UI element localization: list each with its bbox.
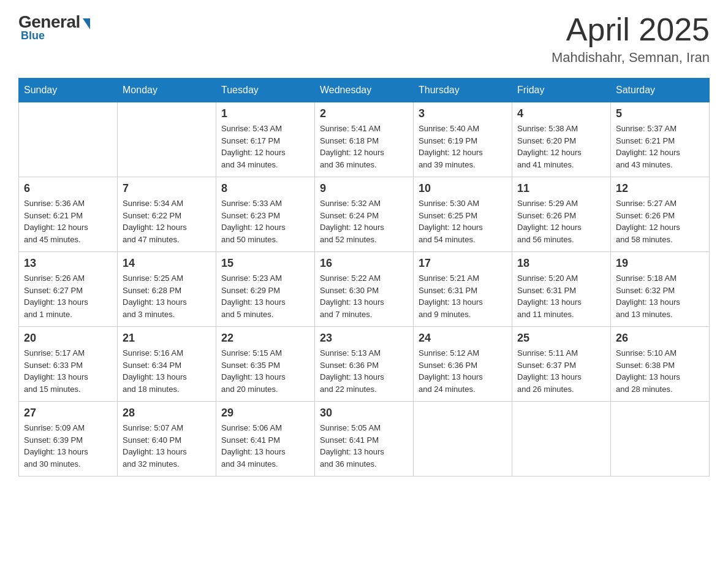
calendar-cell: 26Sunrise: 5:10 AM Sunset: 6:38 PM Dayli… bbox=[611, 327, 710, 402]
calendar-week-3: 13Sunrise: 5:26 AM Sunset: 6:27 PM Dayli… bbox=[19, 252, 710, 327]
day-number: 8 bbox=[221, 182, 309, 195]
day-number: 20 bbox=[24, 332, 112, 345]
day-info: Sunrise: 5:09 AM Sunset: 6:39 PM Dayligh… bbox=[24, 422, 112, 470]
logo-arrow-icon bbox=[83, 18, 90, 29]
day-number: 27 bbox=[24, 407, 112, 419]
day-number: 2 bbox=[320, 107, 408, 120]
calendar-table: SundayMondayTuesdayWednesdayThursdayFrid… bbox=[18, 78, 710, 477]
weekday-header-thursday: Thursday bbox=[414, 79, 512, 102]
day-number: 19 bbox=[616, 257, 704, 270]
day-number: 7 bbox=[123, 182, 211, 195]
day-info: Sunrise: 5:38 AM Sunset: 6:20 PM Dayligh… bbox=[517, 123, 605, 170]
calendar-week-2: 6Sunrise: 5:36 AM Sunset: 6:21 PM Daylig… bbox=[19, 177, 710, 252]
calendar-cell bbox=[611, 402, 710, 477]
title-section: April 2025 Mahdishahr, Semnan, Iran bbox=[552, 12, 710, 66]
day-number: 15 bbox=[221, 257, 309, 270]
day-info: Sunrise: 5:20 AM Sunset: 6:31 PM Dayligh… bbox=[517, 272, 605, 320]
day-info: Sunrise: 5:15 AM Sunset: 6:35 PM Dayligh… bbox=[221, 347, 309, 395]
day-info: Sunrise: 5:21 AM Sunset: 6:31 PM Dayligh… bbox=[419, 272, 507, 320]
calendar-cell: 13Sunrise: 5:26 AM Sunset: 6:27 PM Dayli… bbox=[19, 252, 118, 327]
weekday-header-tuesday: Tuesday bbox=[216, 79, 315, 102]
calendar-cell: 28Sunrise: 5:07 AM Sunset: 6:40 PM Dayli… bbox=[118, 402, 216, 477]
calendar-cell: 12Sunrise: 5:27 AM Sunset: 6:26 PM Dayli… bbox=[611, 177, 710, 252]
calendar-cell bbox=[118, 102, 216, 177]
calendar-cell: 18Sunrise: 5:20 AM Sunset: 6:31 PM Dayli… bbox=[512, 252, 611, 327]
day-number: 5 bbox=[616, 107, 704, 120]
calendar-cell: 2Sunrise: 5:41 AM Sunset: 6:18 PM Daylig… bbox=[315, 102, 414, 177]
day-number: 17 bbox=[419, 257, 507, 270]
day-number: 21 bbox=[123, 332, 211, 345]
day-info: Sunrise: 5:16 AM Sunset: 6:34 PM Dayligh… bbox=[123, 347, 211, 395]
day-number: 29 bbox=[221, 407, 309, 419]
day-info: Sunrise: 5:10 AM Sunset: 6:38 PM Dayligh… bbox=[616, 347, 704, 395]
day-info: Sunrise: 5:33 AM Sunset: 6:23 PM Dayligh… bbox=[221, 197, 309, 245]
calendar-cell: 8Sunrise: 5:33 AM Sunset: 6:23 PM Daylig… bbox=[216, 177, 315, 252]
weekday-header-saturday: Saturday bbox=[611, 79, 710, 102]
day-number: 1 bbox=[221, 107, 309, 120]
day-number: 10 bbox=[419, 182, 507, 195]
day-number: 26 bbox=[616, 332, 704, 345]
calendar-cell: 3Sunrise: 5:40 AM Sunset: 6:19 PM Daylig… bbox=[414, 102, 512, 177]
day-info: Sunrise: 5:27 AM Sunset: 6:26 PM Dayligh… bbox=[616, 197, 704, 245]
day-number: 24 bbox=[419, 332, 507, 345]
calendar-cell: 21Sunrise: 5:16 AM Sunset: 6:34 PM Dayli… bbox=[118, 327, 216, 402]
calendar-cell: 17Sunrise: 5:21 AM Sunset: 6:31 PM Dayli… bbox=[414, 252, 512, 327]
day-info: Sunrise: 5:18 AM Sunset: 6:32 PM Dayligh… bbox=[616, 272, 704, 320]
day-info: Sunrise: 5:29 AM Sunset: 6:26 PM Dayligh… bbox=[517, 197, 605, 245]
day-number: 18 bbox=[517, 257, 605, 270]
page-header: General Blue April 2025 Mahdishahr, Semn… bbox=[18, 12, 710, 66]
day-number: 4 bbox=[517, 107, 605, 120]
calendar-cell bbox=[512, 402, 611, 477]
calendar-cell: 10Sunrise: 5:30 AM Sunset: 6:25 PM Dayli… bbox=[414, 177, 512, 252]
calendar-cell: 7Sunrise: 5:34 AM Sunset: 6:22 PM Daylig… bbox=[118, 177, 216, 252]
calendar-cell: 23Sunrise: 5:13 AM Sunset: 6:36 PM Dayli… bbox=[315, 327, 414, 402]
calendar-cell: 25Sunrise: 5:11 AM Sunset: 6:37 PM Dayli… bbox=[512, 327, 611, 402]
day-number: 23 bbox=[320, 332, 408, 345]
day-number: 13 bbox=[24, 257, 112, 270]
day-number: 16 bbox=[320, 257, 408, 270]
day-info: Sunrise: 5:40 AM Sunset: 6:19 PM Dayligh… bbox=[419, 123, 507, 170]
day-number: 11 bbox=[517, 182, 605, 195]
calendar-cell: 22Sunrise: 5:15 AM Sunset: 6:35 PM Dayli… bbox=[216, 327, 315, 402]
calendar-cell: 1Sunrise: 5:43 AM Sunset: 6:17 PM Daylig… bbox=[216, 102, 315, 177]
calendar-cell bbox=[414, 402, 512, 477]
day-number: 12 bbox=[616, 182, 704, 195]
day-info: Sunrise: 5:07 AM Sunset: 6:40 PM Dayligh… bbox=[123, 422, 211, 470]
calendar-cell: 16Sunrise: 5:22 AM Sunset: 6:30 PM Dayli… bbox=[315, 252, 414, 327]
day-info: Sunrise: 5:32 AM Sunset: 6:24 PM Dayligh… bbox=[320, 197, 408, 245]
day-info: Sunrise: 5:36 AM Sunset: 6:21 PM Dayligh… bbox=[24, 197, 112, 245]
calendar-cell: 19Sunrise: 5:18 AM Sunset: 6:32 PM Dayli… bbox=[611, 252, 710, 327]
weekday-header-wednesday: Wednesday bbox=[315, 79, 414, 102]
weekday-header-monday: Monday bbox=[118, 79, 216, 102]
calendar-cell bbox=[19, 102, 118, 177]
day-info: Sunrise: 5:30 AM Sunset: 6:25 PM Dayligh… bbox=[419, 197, 507, 245]
day-info: Sunrise: 5:23 AM Sunset: 6:29 PM Dayligh… bbox=[221, 272, 309, 320]
day-number: 9 bbox=[320, 182, 408, 195]
logo-blue-text: Blue bbox=[21, 29, 45, 42]
day-info: Sunrise: 5:22 AM Sunset: 6:30 PM Dayligh… bbox=[320, 272, 408, 320]
day-info: Sunrise: 5:13 AM Sunset: 6:36 PM Dayligh… bbox=[320, 347, 408, 395]
calendar-week-4: 20Sunrise: 5:17 AM Sunset: 6:33 PM Dayli… bbox=[19, 327, 710, 402]
calendar-cell: 30Sunrise: 5:05 AM Sunset: 6:41 PM Dayli… bbox=[315, 402, 414, 477]
day-info: Sunrise: 5:17 AM Sunset: 6:33 PM Dayligh… bbox=[24, 347, 112, 395]
day-number: 28 bbox=[123, 407, 211, 419]
calendar-week-1: 1Sunrise: 5:43 AM Sunset: 6:17 PM Daylig… bbox=[19, 102, 710, 177]
weekday-header-sunday: Sunday bbox=[19, 79, 118, 102]
day-number: 6 bbox=[24, 182, 112, 195]
day-info: Sunrise: 5:05 AM Sunset: 6:41 PM Dayligh… bbox=[320, 422, 408, 470]
day-info: Sunrise: 5:26 AM Sunset: 6:27 PM Dayligh… bbox=[24, 272, 112, 320]
day-info: Sunrise: 5:37 AM Sunset: 6:21 PM Dayligh… bbox=[616, 123, 704, 170]
day-number: 30 bbox=[320, 407, 408, 419]
calendar-cell: 5Sunrise: 5:37 AM Sunset: 6:21 PM Daylig… bbox=[611, 102, 710, 177]
calendar-cell: 20Sunrise: 5:17 AM Sunset: 6:33 PM Dayli… bbox=[19, 327, 118, 402]
day-info: Sunrise: 5:41 AM Sunset: 6:18 PM Dayligh… bbox=[320, 123, 408, 170]
day-number: 14 bbox=[123, 257, 211, 270]
calendar-cell: 11Sunrise: 5:29 AM Sunset: 6:26 PM Dayli… bbox=[512, 177, 611, 252]
calendar-cell: 9Sunrise: 5:32 AM Sunset: 6:24 PM Daylig… bbox=[315, 177, 414, 252]
calendar-cell: 14Sunrise: 5:25 AM Sunset: 6:28 PM Dayli… bbox=[118, 252, 216, 327]
location-title: Mahdishahr, Semnan, Iran bbox=[552, 50, 710, 66]
calendar-cell: 27Sunrise: 5:09 AM Sunset: 6:39 PM Dayli… bbox=[19, 402, 118, 477]
day-number: 3 bbox=[419, 107, 507, 120]
calendar-cell: 6Sunrise: 5:36 AM Sunset: 6:21 PM Daylig… bbox=[19, 177, 118, 252]
calendar-cell: 15Sunrise: 5:23 AM Sunset: 6:29 PM Dayli… bbox=[216, 252, 315, 327]
